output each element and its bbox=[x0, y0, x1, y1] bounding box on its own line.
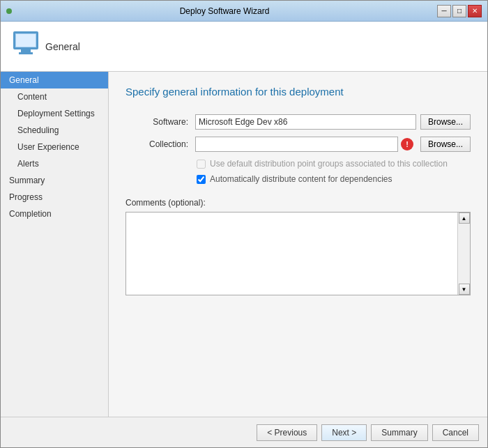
scrollbar-up-arrow[interactable]: ▲ bbox=[459, 213, 470, 224]
auto-distribute-checkbox[interactable] bbox=[197, 175, 206, 184]
collection-input[interactable] bbox=[195, 137, 398, 152]
comments-textarea-wrapper: ▲ ▼ bbox=[125, 212, 471, 295]
header-title: General bbox=[45, 41, 80, 52]
page-title: Specify general information for this dep… bbox=[125, 86, 471, 98]
content-area: General Content Deployment Settings Sche… bbox=[1, 72, 487, 417]
checkbox2-row: Automatically distribute content for dep… bbox=[125, 174, 471, 184]
collection-label: Collection: bbox=[125, 139, 188, 149]
sidebar-item-user-experience[interactable]: User Experience bbox=[1, 139, 108, 155]
sidebar-item-alerts[interactable]: Alerts bbox=[1, 155, 108, 172]
window-title: Deploy Software Wizard bbox=[12, 6, 437, 16]
default-distribution-label: Use default distribution point groups as… bbox=[210, 159, 448, 169]
scrollbar-down-arrow[interactable]: ▼ bbox=[459, 284, 470, 295]
collection-input-group: ! Browse... bbox=[195, 137, 471, 152]
main-content: Specify general information for this dep… bbox=[109, 72, 487, 417]
sidebar-item-summary[interactable]: Summary bbox=[1, 172, 108, 189]
sidebar-item-progress[interactable]: Progress bbox=[1, 189, 108, 206]
monitor-screen bbox=[16, 34, 36, 47]
comments-label: Comments (optional): bbox=[125, 198, 471, 208]
window-controls: ─ □ ✕ bbox=[437, 5, 482, 17]
form-section: Software: Browse... Collection: ! Browse… bbox=[125, 114, 471, 295]
comments-section: Comments (optional): ▲ ▼ bbox=[125, 198, 471, 295]
software-input-group: Browse... bbox=[195, 114, 471, 130]
previous-button[interactable]: < Previous bbox=[257, 424, 317, 441]
title-left bbox=[6, 8, 12, 14]
summary-button[interactable]: Summary bbox=[371, 424, 427, 441]
minimize-button[interactable]: ─ bbox=[437, 5, 451, 17]
software-row: Software: Browse... bbox=[125, 114, 471, 130]
sidebar-item-general[interactable]: General bbox=[1, 72, 108, 88]
software-label: Software: bbox=[125, 117, 188, 127]
collection-error-icon: ! bbox=[401, 138, 413, 150]
sidebar-item-completion[interactable]: Completion bbox=[1, 206, 108, 222]
sidebar-item-deployment-settings[interactable]: Deployment Settings bbox=[1, 105, 108, 122]
deploy-software-wizard-window: Deploy Software Wizard ─ □ ✕ General Gen… bbox=[0, 0, 488, 448]
cancel-button[interactable]: Cancel bbox=[432, 424, 479, 441]
collection-row: Collection: ! Browse... bbox=[125, 137, 471, 152]
footer-buttons: < Previous Next > Summary Cancel bbox=[1, 417, 487, 447]
monitor-icon bbox=[13, 31, 38, 49]
collection-browse-button[interactable]: Browse... bbox=[420, 137, 471, 152]
sidebar-item-scheduling[interactable]: Scheduling bbox=[1, 122, 108, 139]
sidebar: General Content Deployment Settings Sche… bbox=[1, 72, 109, 417]
checkbox1-row: Use default distribution point groups as… bbox=[125, 159, 471, 169]
next-button[interactable]: Next > bbox=[321, 424, 367, 441]
default-distribution-checkbox[interactable] bbox=[197, 160, 206, 169]
maximize-button[interactable]: □ bbox=[452, 5, 466, 17]
header-section: General bbox=[1, 22, 487, 72]
scrollbar-thumb bbox=[459, 224, 470, 284]
monitor-base bbox=[19, 52, 33, 54]
software-browse-button[interactable]: Browse... bbox=[420, 114, 471, 130]
scrollbar-track: ▲ ▼ bbox=[457, 213, 470, 295]
app-icon bbox=[6, 8, 12, 14]
close-button[interactable]: ✕ bbox=[468, 5, 482, 17]
sidebar-item-content[interactable]: Content bbox=[1, 88, 108, 105]
comments-textarea[interactable] bbox=[126, 213, 457, 295]
header-icon bbox=[12, 30, 45, 63]
auto-distribute-label: Automatically distribute content for dep… bbox=[210, 174, 392, 184]
title-bar: Deploy Software Wizard ─ □ ✕ bbox=[1, 1, 487, 22]
software-input[interactable] bbox=[195, 114, 416, 130]
